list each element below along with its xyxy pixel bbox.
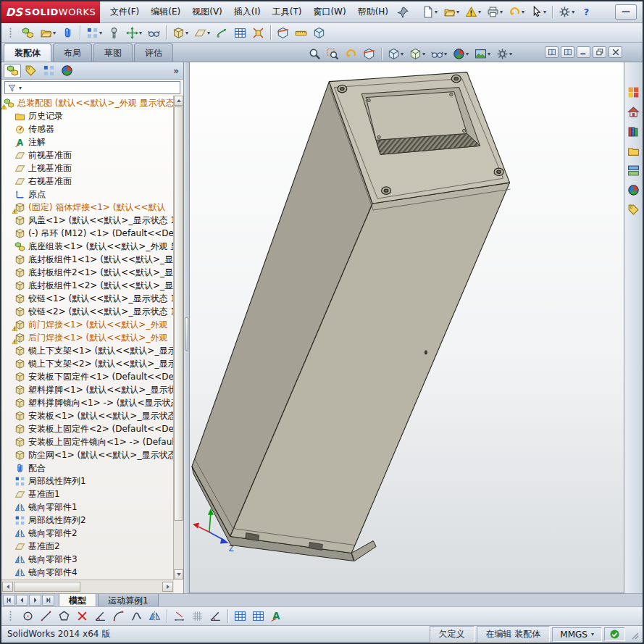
new-motion-study-button[interactable]: [214, 25, 230, 41]
scroll-up-button[interactable]: [174, 96, 183, 106]
bom-table-button[interactable]: [232, 608, 248, 624]
tree-item[interactable]: 基准面2: [1, 540, 174, 553]
dropdown-arrow-icon[interactable]: ▾: [139, 30, 142, 36]
tree-item[interactable]: 镜向零部件1: [1, 501, 174, 514]
child-restore-button[interactable]: [593, 46, 606, 58]
tree-item[interactable]: 局部线性阵列1: [1, 474, 174, 488]
configurationmanager-tab[interactable]: [40, 64, 57, 78]
options-button[interactable]: ▾: [556, 4, 577, 20]
tree-item[interactable]: 塑料撑脚<1> (默认<<默认>_显示状: [1, 383, 174, 396]
tree-item[interactable]: 镜向零部件4: [1, 566, 174, 579]
design-library-icon[interactable]: [626, 123, 642, 139]
tree-item[interactable]: 底封板组件1<2> (默认<<默认>_显示: [1, 279, 174, 292]
reference-geometry-button[interactable]: ▾: [192, 25, 212, 41]
menu-item-0[interactable]: 文件(F): [104, 2, 145, 22]
tree-item[interactable]: 安装板下固定件<1> (Default<<Defau: [1, 370, 174, 383]
show-hidden-components-button[interactable]: [146, 25, 162, 41]
scroll-left-button[interactable]: [2, 582, 13, 592]
scroll-thumb[interactable]: [174, 106, 183, 521]
view-palette-icon[interactable]: [626, 162, 642, 178]
dropdown-arrow-icon[interactable]: ▾: [207, 30, 210, 36]
arc-tool[interactable]: [110, 608, 127, 624]
tree-item[interactable]: 风盖<1> (默认<<默认>_显示状态 1:: [1, 214, 174, 227]
line-tool[interactable]: [38, 608, 54, 624]
tree-item[interactable]: 塑料撑脚镜向<1> -> (默认<显示状态: [1, 396, 174, 409]
interference-detection-button[interactable]: [275, 25, 291, 41]
toolbar-grip[interactable]: [4, 27, 17, 39]
move-component-button[interactable]: ▾: [124, 25, 144, 41]
mate-button[interactable]: [59, 25, 76, 41]
prev-tab-button[interactable]: [16, 595, 28, 606]
pane-right-button[interactable]: [561, 46, 574, 58]
next-tab-button[interactable]: [29, 595, 41, 606]
help-button[interactable]: ?: [578, 4, 595, 20]
tree-item[interactable]: 底座组装<1> (默认<<默认>_外观 显: [1, 240, 174, 253]
pane-left-button[interactable]: [545, 46, 559, 58]
tree-item[interactable]: 安装板上固定件镜向<1> -> (Default<: [1, 435, 174, 448]
view-settings-button[interactable]: ▾: [494, 46, 514, 62]
scroll-thumb[interactable]: [14, 582, 80, 592]
displaymanager-tab[interactable]: [58, 64, 75, 78]
pin-menu-icon[interactable]: [397, 6, 410, 19]
rebuild-status[interactable]: [604, 627, 625, 641]
angle-snap-tool[interactable]: [207, 608, 224, 624]
edit-component-button[interactable]: [20, 25, 36, 41]
tree-item[interactable]: 底封板组件2<1> (默认<<默认>_显示: [1, 266, 174, 279]
spline-tool[interactable]: [128, 608, 145, 624]
dropdown-arrow-icon[interactable]: ▾: [572, 9, 574, 15]
toolbar-grip[interactable]: [4, 610, 17, 622]
select-button[interactable]: ▾: [528, 4, 548, 20]
scroll-right-button[interactable]: [162, 582, 173, 592]
filter-caret-icon[interactable]: ▾: [19, 85, 22, 91]
tree-item[interactable]: 底封板组件1<1> (默认<<默认>_显示: [1, 253, 174, 266]
first-tab-button[interactable]: [3, 595, 15, 606]
dropdown-arrow-icon[interactable]: ▾: [466, 51, 469, 57]
tree-horizontal-scrollbar[interactable]: [1, 580, 174, 593]
tree-item[interactable]: 基准面1: [1, 488, 174, 501]
custom-properties-icon[interactable]: [626, 201, 642, 217]
dropdown-arrow-icon[interactable]: ▾: [444, 51, 447, 57]
tree-item[interactable]: 前视基准面: [1, 149, 174, 162]
command-tab-0[interactable]: 装配体: [4, 43, 51, 62]
menu-item-5[interactable]: 窗口(W): [307, 2, 351, 22]
dropdown-arrow-icon[interactable]: ▾: [478, 9, 481, 15]
bill-of-materials-button[interactable]: [232, 25, 248, 41]
section-view-button[interactable]: [361, 46, 377, 62]
solidworks-resources-icon[interactable]: [626, 84, 642, 100]
previous-view-button[interactable]: [343, 46, 359, 62]
smart-dimension-tool[interactable]: [171, 608, 188, 624]
appearances-scenes-icon[interactable]: [626, 182, 642, 198]
file-explorer-icon[interactable]: [626, 143, 642, 159]
design-table-button[interactable]: [250, 608, 267, 624]
tree-item[interactable]: 配合: [1, 461, 174, 474]
dropdown-arrow-icon[interactable]: ▾: [543, 9, 546, 15]
point-tool[interactable]: [20, 608, 36, 624]
tree-item[interactable]: 安装板<1> (默认<<默认>_显示状态: [1, 409, 174, 422]
dropdown-arrow-icon[interactable]: ▾: [522, 9, 524, 15]
command-tab-3[interactable]: 评估: [134, 43, 173, 62]
tree-item[interactable]: 前门焊接<1> (默认<<默认>_外观: [1, 318, 174, 331]
dropdown-arrow-icon[interactable]: ▾: [488, 51, 490, 57]
panel-splitter[interactable]: [184, 62, 189, 593]
tree-item[interactable]: 锁上下支架<2> (默认<<默认>_显示: [1, 357, 174, 370]
dropdown-arrow-icon[interactable]: ▾: [500, 9, 503, 15]
exploded-view-button[interactable]: [250, 25, 267, 41]
zoom-fit-button[interactable]: [306, 46, 323, 62]
tree-vertical-scrollbar[interactable]: [173, 96, 183, 580]
tree-item[interactable]: 原点: [1, 188, 174, 201]
tree-item[interactable]: (固定) 箱体焊接<1> (默认<<默认: [1, 201, 174, 214]
polygon-tool[interactable]: [56, 608, 72, 624]
undo-button[interactable]: ▾: [506, 4, 527, 20]
trim-entities-tool[interactable]: [74, 608, 91, 624]
menu-item-1[interactable]: 编辑(E): [145, 2, 186, 22]
tree-item[interactable]: 铰链<1> (默认<<默认>_显示状态 1:: [1, 292, 174, 305]
units-selector[interactable]: MMGS ▾: [552, 627, 602, 642]
component-pattern-button[interactable]: ▾: [84, 25, 104, 41]
menu-item-6[interactable]: 帮助(H): [352, 2, 394, 22]
open-button[interactable]: ▾: [441, 4, 461, 20]
assembly-features-button[interactable]: ▾: [170, 25, 191, 41]
zoom-area-button[interactable]: [325, 46, 341, 62]
comments-button[interactable]: A: [268, 608, 285, 624]
minimize-button[interactable]: —: [615, 4, 637, 20]
tree-item[interactable]: 上视基准面: [1, 162, 174, 175]
